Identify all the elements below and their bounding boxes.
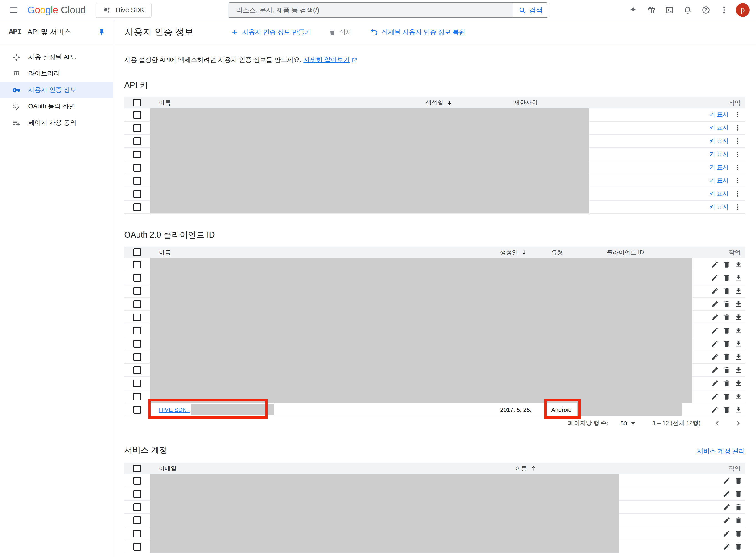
row-checkbox[interactable]	[133, 503, 141, 511]
edit-icon[interactable]	[711, 379, 719, 387]
edit-icon[interactable]	[723, 490, 730, 498]
row-checkbox[interactable]	[133, 177, 141, 184]
delete-icon[interactable]	[723, 287, 730, 295]
search-button[interactable]: 검색	[513, 3, 548, 17]
edit-icon[interactable]	[723, 516, 730, 524]
row-checkbox[interactable]	[133, 203, 141, 211]
more-options-button[interactable]	[715, 1, 733, 19]
row-checkbox[interactable]	[133, 353, 141, 361]
row-kebab-menu-icon[interactable]	[734, 203, 742, 211]
delete-icon[interactable]	[723, 313, 730, 321]
delete-icon[interactable]	[723, 300, 730, 308]
download-icon[interactable]	[735, 379, 743, 387]
download-icon[interactable]	[735, 274, 743, 282]
delete-icon[interactable]	[723, 379, 730, 387]
column-header-type[interactable]: 유형	[551, 248, 607, 257]
row-kebab-menu-icon[interactable]	[734, 177, 742, 184]
download-icon[interactable]	[735, 392, 743, 400]
edit-icon[interactable]	[711, 287, 719, 295]
download-icon[interactable]	[735, 326, 743, 334]
account-avatar[interactable]: p	[736, 3, 750, 17]
column-header-name[interactable]: 이름	[150, 98, 426, 107]
show-key-link[interactable]: 키 표시	[709, 177, 729, 185]
hamburger-menu-button[interactable]	[4, 1, 22, 19]
client-name-link[interactable]: HIVE SDK -	[159, 406, 190, 413]
show-key-link[interactable]: 키 표시	[709, 203, 729, 211]
sidebar-item-credentials[interactable]: 사용자 인증 정보	[0, 82, 113, 98]
row-kebab-menu-icon[interactable]	[734, 111, 742, 118]
row-checkbox[interactable]	[133, 300, 141, 308]
edit-icon[interactable]	[711, 353, 719, 361]
select-all-checkbox[interactable]	[133, 248, 141, 256]
row-checkbox[interactable]	[133, 477, 141, 485]
row-checkbox[interactable]	[133, 287, 141, 295]
select-all-checkbox[interactable]	[133, 465, 141, 472]
delete-icon[interactable]	[735, 477, 743, 485]
download-icon[interactable]	[735, 261, 743, 268]
edit-icon[interactable]	[723, 529, 730, 537]
row-checkbox[interactable]	[133, 124, 141, 132]
edit-icon[interactable]	[711, 340, 719, 347]
row-checkbox[interactable]	[133, 137, 141, 145]
row-checkbox[interactable]	[133, 111, 141, 119]
sidebar-item-page-usage[interactable]: 페이지 사용 동의	[0, 115, 113, 131]
row-checkbox[interactable]	[133, 379, 141, 387]
delete-icon[interactable]	[723, 353, 730, 361]
row-checkbox[interactable]	[133, 164, 141, 171]
edit-icon[interactable]	[711, 366, 719, 374]
column-header-name[interactable]: 이름	[150, 248, 500, 257]
project-selector-button[interactable]: Hive SDK	[96, 2, 152, 18]
column-header-client-id[interactable]: 클라이언트 ID	[607, 248, 695, 257]
show-key-link[interactable]: 키 표시	[709, 124, 729, 132]
cloud-shell-button[interactable]	[661, 1, 679, 19]
row-checkbox[interactable]	[133, 529, 141, 537]
row-kebab-menu-icon[interactable]	[734, 164, 742, 171]
download-icon[interactable]	[735, 313, 743, 321]
delete-icon[interactable]	[735, 490, 743, 498]
delete-icon[interactable]	[723, 366, 730, 374]
delete-icon[interactable]	[723, 406, 730, 413]
edit-icon[interactable]	[711, 406, 719, 413]
download-icon[interactable]	[735, 353, 743, 361]
download-icon[interactable]	[735, 287, 743, 295]
delete-icon[interactable]	[723, 392, 730, 400]
column-header-restrictions[interactable]: 제한사항	[514, 98, 628, 107]
previous-page-button[interactable]	[713, 419, 721, 427]
edit-icon[interactable]	[711, 300, 719, 308]
show-key-link[interactable]: 키 표시	[709, 190, 729, 198]
download-icon[interactable]	[735, 406, 743, 413]
edit-icon[interactable]	[711, 313, 719, 321]
row-checkbox[interactable]	[133, 340, 141, 347]
row-kebab-menu-icon[interactable]	[734, 190, 742, 198]
row-checkbox[interactable]	[133, 392, 141, 400]
download-icon[interactable]	[735, 340, 743, 347]
row-checkbox[interactable]	[133, 490, 141, 498]
show-key-link[interactable]: 키 표시	[709, 137, 729, 145]
next-page-button[interactable]	[734, 419, 743, 427]
restore-credentials-button[interactable]: 삭제된 사용자 인증 정보 복원	[371, 28, 465, 36]
delete-icon[interactable]	[723, 340, 730, 347]
row-checkbox[interactable]	[133, 406, 141, 413]
row-kebab-menu-icon[interactable]	[734, 151, 742, 158]
delete-button[interactable]: 삭제	[329, 28, 352, 36]
row-kebab-menu-icon[interactable]	[734, 124, 742, 131]
sidebar-item-oauth-consent[interactable]: OAuth 동의 화면	[0, 98, 113, 115]
delete-icon[interactable]	[723, 261, 730, 268]
create-credentials-button[interactable]: 사용자 인증 정보 만들기	[231, 28, 311, 36]
notifications-button[interactable]	[679, 1, 697, 19]
learn-more-link[interactable]: 자세히 알아보기	[303, 56, 357, 64]
sidebar-item-enabled-apis[interactable]: 사용 설정된 AP...	[0, 49, 113, 65]
sidebar-item-library[interactable]: 라이브러리	[0, 65, 113, 82]
column-header-created[interactable]: 생성일	[426, 98, 514, 107]
row-checkbox[interactable]	[133, 274, 141, 282]
column-header-name[interactable]: 이름	[515, 464, 704, 473]
row-checkbox[interactable]	[133, 190, 141, 198]
download-icon[interactable]	[735, 366, 743, 374]
show-key-link[interactable]: 키 표시	[709, 111, 729, 119]
edit-icon[interactable]	[723, 503, 730, 511]
column-header-email[interactable]: 이메일	[150, 464, 515, 473]
edit-icon[interactable]	[723, 543, 730, 550]
show-key-link[interactable]: 키 표시	[709, 164, 729, 172]
manage-service-accounts-link[interactable]: 서비스 계정 관리	[697, 447, 745, 456]
delete-icon[interactable]	[735, 503, 743, 511]
